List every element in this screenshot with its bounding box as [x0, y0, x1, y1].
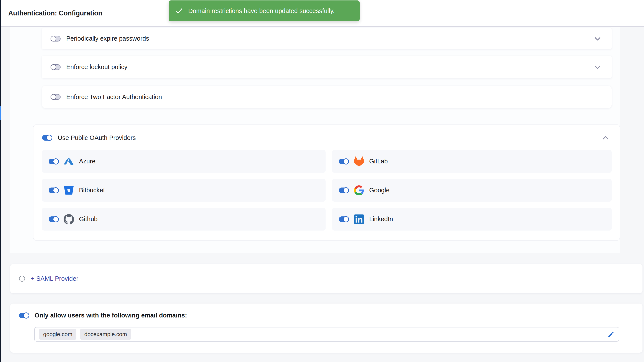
- linkedin-logo-icon: [354, 215, 364, 224]
- provider-label: Bitbucket: [79, 187, 105, 194]
- oauth-section-header: Use Public OAuth Providers: [42, 125, 136, 150]
- bitbucket-logo-icon: [64, 186, 74, 195]
- lockout-policy-toggle[interactable]: [50, 64, 60, 70]
- provider-row-linkedin: LinkedIn: [332, 208, 612, 231]
- success-toast: Domain restrictions have been updated su…: [169, 1, 360, 21]
- provider-row-azure: Azure: [42, 150, 326, 173]
- gitlab-toggle[interactable]: [339, 159, 349, 164]
- provider-label: Azure: [79, 158, 96, 165]
- email-domains-header: Only allow users with the following emai…: [19, 312, 187, 319]
- provider-row-bitbucket: Bitbucket: [42, 179, 326, 202]
- setting-row-expire-passwords: Periodically expire passwords: [42, 28, 612, 49]
- toggle-knob: [343, 187, 349, 193]
- google-logo-icon: [354, 185, 364, 195]
- email-domains-toggle[interactable]: [19, 313, 29, 318]
- azure-logo-icon: [64, 156, 74, 166]
- azure-toggle[interactable]: [48, 159, 58, 164]
- page-title: Authentication: Configuration: [8, 0, 102, 26]
- oauth-providers-section: Use Public OAuth Providers Azure GitLab: [33, 124, 620, 241]
- email-domains-card: Only allow users with the following emai…: [10, 304, 642, 353]
- authentication-configuration-screen: Authentication: Configuration Domain res…: [0, 0, 644, 362]
- github-logo-icon: [64, 214, 74, 225]
- chevron-up-icon[interactable]: [602, 134, 610, 142]
- setting-label: Periodically expire passwords: [66, 35, 149, 42]
- email-domains-input[interactable]: google.com docexample.com: [34, 327, 619, 341]
- provider-row-github: Github: [42, 208, 326, 231]
- oauth-toggle[interactable]: [42, 135, 52, 141]
- toggle-knob: [53, 216, 59, 222]
- toggle-knob: [23, 312, 29, 318]
- toggle-knob: [343, 216, 349, 222]
- two-factor-toggle[interactable]: [50, 94, 60, 100]
- provider-row-gitlab: GitLab: [332, 150, 612, 173]
- bitbucket-toggle[interactable]: [48, 188, 58, 193]
- toggle-knob: [50, 36, 56, 42]
- toggle-knob: [50, 64, 56, 70]
- saml-provider-card: + SAML Provider: [10, 264, 642, 293]
- setting-row-two-factor: Enforce Two Factor Authentication: [42, 86, 612, 108]
- toggle-knob: [46, 135, 52, 141]
- oauth-section-label: Use Public OAuth Providers: [58, 134, 136, 141]
- edit-pencil-icon[interactable]: [608, 331, 614, 338]
- provider-row-google: Google: [332, 179, 612, 202]
- provider-label: Github: [79, 216, 98, 223]
- email-domains-label: Only allow users with the following emai…: [34, 312, 187, 319]
- linkedin-toggle[interactable]: [339, 216, 349, 222]
- left-edge-accent: [0, 106, 1, 120]
- check-icon: [175, 7, 183, 15]
- chevron-down-icon[interactable]: [594, 35, 602, 43]
- provider-label: Google: [369, 187, 390, 194]
- toggle-knob: [53, 158, 59, 164]
- setting-label: Enforce Two Factor Authentication: [66, 93, 162, 101]
- chevron-down-icon[interactable]: [594, 63, 602, 71]
- gitlab-logo-icon: [354, 156, 364, 167]
- toggle-knob: [50, 94, 56, 100]
- toggle-knob: [53, 187, 59, 193]
- oauth-providers-grid: Azure GitLab Bitbucket Google: [42, 150, 612, 231]
- domain-tag: google.com: [39, 329, 76, 340]
- setting-row-lockout-policy: Enforce lockout policy: [42, 56, 612, 78]
- domain-tag: docexample.com: [80, 329, 131, 340]
- provider-label: GitLab: [369, 158, 388, 165]
- setting-label: Enforce lockout policy: [66, 63, 128, 71]
- provider-label: LinkedIn: [369, 216, 393, 223]
- toast-message: Domain restrictions have been updated su…: [188, 8, 335, 15]
- saml-radio-button[interactable]: [19, 276, 25, 282]
- settings-panel: Periodically expire passwords Enforce lo…: [10, 27, 620, 253]
- toggle-knob: [343, 158, 349, 164]
- add-saml-provider-link[interactable]: + SAML Provider: [31, 275, 78, 282]
- expire-passwords-toggle[interactable]: [50, 36, 60, 42]
- left-edge-strip: [0, 0, 1, 362]
- google-toggle[interactable]: [339, 188, 349, 193]
- github-toggle[interactable]: [48, 216, 58, 222]
